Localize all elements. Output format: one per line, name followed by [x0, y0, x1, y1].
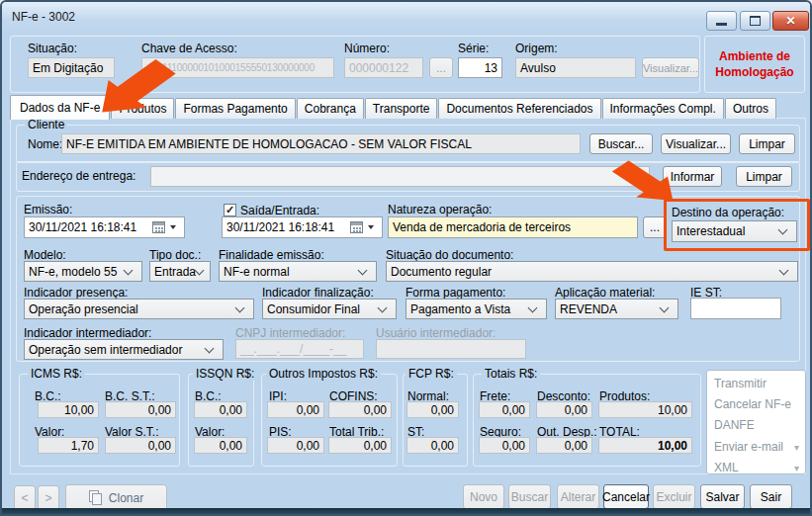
- next-record-button[interactable]: >: [38, 485, 59, 510]
- origem-label: Origem:: [515, 42, 558, 55]
- tab-cobranca[interactable]: Cobrança: [297, 98, 364, 119]
- out-desp-field: 0,00: [536, 437, 592, 454]
- minimize-icon: [716, 23, 727, 26]
- numero-field: 000000122: [344, 57, 423, 78]
- combo-chevron-icon: [124, 265, 134, 275]
- tab-documentos-referenciados[interactable]: Documentos Referenciados: [438, 98, 600, 119]
- dropdown-arrow-icon: ▾: [794, 463, 799, 473]
- close-icon: ✕: [785, 14, 795, 28]
- emissao-label: Emissão:: [24, 203, 72, 216]
- tab-outros[interactable]: Outros: [725, 98, 776, 119]
- icms-bc-field: 10,00: [38, 401, 99, 418]
- novo-button[interactable]: Novo: [463, 484, 504, 509]
- situacao-doc-label: Situação do documento:: [386, 248, 513, 262]
- total-field: 10,00: [598, 437, 692, 454]
- fcp-normal-field: 0,00: [406, 401, 459, 418]
- cancelar-button[interactable]: Cancelar: [603, 484, 649, 509]
- salvar-button[interactable]: Salvar: [700, 484, 745, 509]
- fcp-st-field: 0,00: [406, 437, 459, 454]
- saida-entrada-label: Saída/Entrada:: [240, 204, 319, 217]
- danfe-button[interactable]: DANFE: [714, 416, 799, 434]
- origem-field: Avulso: [515, 57, 636, 78]
- icms-valorst-field: 0,00: [105, 437, 176, 454]
- calendar-icon: [152, 221, 165, 233]
- sair-button[interactable]: Sair: [750, 484, 792, 509]
- window-bottom-frame: [2, 508, 810, 514]
- nome-field: NF-E EMITIDA EM AMBIENTE DE HOMOLOGACAO …: [61, 133, 581, 154]
- aplicacao-material-select[interactable]: REVENDA: [555, 299, 678, 319]
- seguro-field: 0,00: [479, 437, 530, 454]
- numero-browse-button[interactable]: ...: [429, 57, 453, 78]
- check-icon: ✓: [226, 205, 234, 215]
- issqn-valor-field: 0,00: [194, 437, 247, 454]
- forma-pagamento-label: Forma pagamento:: [406, 286, 505, 300]
- cancelar-nfe-button[interactable]: Cancelar NF-e: [714, 395, 799, 413]
- endereco-informar-button[interactable]: Informar: [663, 166, 722, 187]
- destino-select[interactable]: Interestadual: [672, 220, 797, 242]
- produtos-field: 10,00: [598, 401, 692, 418]
- icms-group-label: ICMS R$:: [28, 367, 85, 381]
- clone-icon: [89, 490, 103, 505]
- origem-visualizar-button[interactable]: Visualizar...: [642, 57, 699, 78]
- ind-presenca-select[interactable]: Operação presencial: [24, 299, 254, 319]
- situacao-doc-select[interactable]: Documento regular: [386, 261, 798, 282]
- chave-acesso-label: Chave de Acesso:: [141, 42, 237, 55]
- serie-label: Série:: [458, 42, 489, 55]
- endereco-label: Endereço de entrega:: [22, 169, 135, 183]
- maximize-button[interactable]: [740, 11, 770, 31]
- aplicacao-material-label: Aplicação material:: [555, 286, 655, 300]
- forma-pagamento-select[interactable]: Pagamento a Vista: [406, 299, 547, 319]
- icms-valor-field: 1,70: [38, 437, 99, 454]
- clonar-button[interactable]: Clonar: [65, 484, 167, 511]
- titlebar[interactable]: NF-e - 3002: [2, 2, 810, 32]
- minimize-button[interactable]: [706, 11, 737, 31]
- nfe-window: NF-e - 3002 ✕ Situação: Em Digitação Cha…: [0, 0, 812, 516]
- tab-formas-pagamento[interactable]: Formas Pagamento: [175, 98, 295, 119]
- outros-impostos-group-label: Outros Impostos R$:: [266, 367, 381, 381]
- combo-chevron-icon: [660, 302, 670, 312]
- cliente-limpar-button[interactable]: Limpar: [739, 133, 795, 154]
- cliente-buscar-button[interactable]: Buscar...: [589, 133, 653, 154]
- fcp-group-label: FCP R$:: [406, 367, 457, 381]
- dropdown-arrow-icon: ▾: [794, 442, 799, 453]
- destino-label: Destino da operação:: [672, 206, 784, 219]
- cnpj-intermediador-label: CNPJ intermediador:: [235, 326, 345, 340]
- window-title: NF-e - 3002: [12, 10, 75, 24]
- endereco-field: [150, 166, 650, 187]
- tab-dados-da-nfe[interactable]: Dados da NF-e: [10, 95, 110, 120]
- issqn-group-label: ISSQN R$:: [193, 367, 257, 381]
- maximize-icon: [750, 16, 761, 26]
- emissao-datetime-picker[interactable]: 30/11/2021 16:18:41: [24, 216, 185, 238]
- excluir-button[interactable]: Excluir: [653, 484, 695, 509]
- natureza-browse-button[interactable]: ...: [643, 216, 667, 238]
- close-button[interactable]: ✕: [772, 11, 809, 31]
- ind-intermediador-label: Indicador intermediador:: [24, 326, 151, 340]
- tab-produtos[interactable]: Produtos: [111, 98, 174, 119]
- natureza-field[interactable]: Venda de mercadoria de terceiros: [388, 216, 638, 238]
- pis-field: 0,00: [267, 437, 324, 454]
- modelo-select[interactable]: NF-e, modelo 55: [24, 261, 142, 282]
- endereco-limpar-button[interactable]: Limpar: [736, 166, 792, 187]
- desconto-field: 0,00: [536, 401, 592, 418]
- prev-record-button[interactable]: <: [14, 485, 36, 510]
- saida-entrada-checkbox[interactable]: ✓: [224, 204, 236, 216]
- finalidade-select[interactable]: NF-e normal: [219, 261, 377, 282]
- cliente-visualizar-button[interactable]: Visualizar...: [661, 133, 731, 154]
- transmitir-button[interactable]: Transmitir: [714, 375, 799, 392]
- xml-button[interactable]: XML ▾: [714, 459, 799, 476]
- combo-chevron-icon: [528, 302, 538, 312]
- tipo-doc-select[interactable]: Entrada: [149, 261, 211, 282]
- saida-datetime-picker[interactable]: 30/11/2021 16:18:41: [222, 216, 383, 238]
- tab-transporte[interactable]: Transporte: [365, 98, 438, 119]
- ind-finalizacao-label: Indicador finalização:: [262, 286, 374, 300]
- ind-intermediador-select[interactable]: Operação sem intermediador: [24, 339, 224, 360]
- ind-finalizacao-select[interactable]: Consumidor Final: [262, 299, 397, 319]
- tab-informacoes-compl[interactable]: Informações Compl.: [602, 98, 724, 119]
- enviar-email-button[interactable]: Enviar e-mail ▾: [714, 438, 799, 456]
- ie-st-input[interactable]: [690, 298, 781, 319]
- alterar-button[interactable]: Alterar: [557, 484, 599, 509]
- ambiente-homologacao-badge: Ambiente de Homologação: [704, 36, 805, 93]
- serie-input[interactable]: 13: [458, 57, 502, 78]
- buscar-button[interactable]: Buscar: [508, 484, 551, 509]
- icms-bcst-field: 0,00: [105, 401, 176, 418]
